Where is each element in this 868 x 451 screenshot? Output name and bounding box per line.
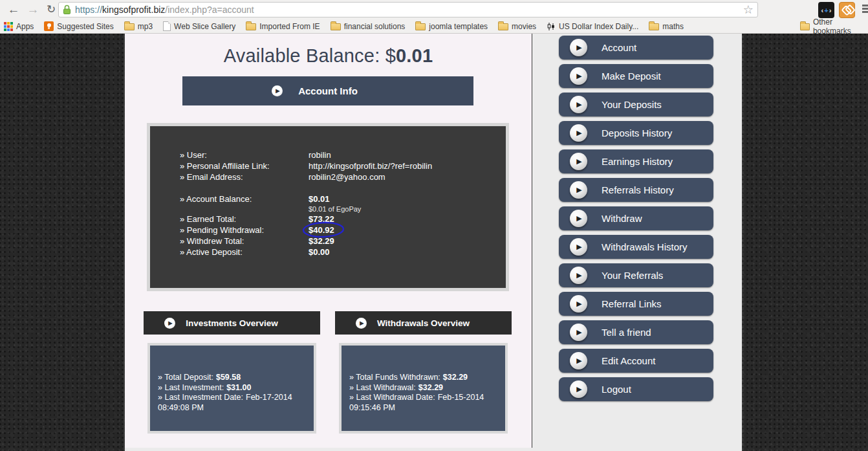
withdrew-total-value: $32.29 [309, 236, 506, 247]
sidebar-item-your-deposits[interactable]: ▶ Your Deposits [559, 93, 713, 116]
sidebar-item-label: Withdrawals History [602, 241, 688, 252]
bookmark-movies[interactable]: movies [498, 22, 536, 31]
sidebar-item-label: Deposits History [602, 127, 672, 138]
sidebar-item-referral-links[interactable]: ▶ Referral Links [559, 292, 713, 316]
last-investment-value: $31.00 [226, 383, 251, 392]
bookmark-imported-from-ie[interactable]: Imported From IE [246, 22, 320, 31]
bookmarks-bar: Apps Suggested Sites mp3 Web Slice Galle… [0, 19, 868, 34]
investments-line-last-investment: » Last Investment:$31.00 [158, 383, 306, 393]
arrow-orb-icon: ▶ [570, 153, 587, 170]
omnibox-bulb-icon[interactable] [730, 5, 737, 15]
main-content: Available Balance: $0.01 ▶ Account Info … [125, 34, 532, 448]
folder-icon [124, 23, 135, 30]
extension-code-icon[interactable]: ‹+› [818, 2, 834, 18]
apps-grid-icon [4, 22, 13, 31]
arrow-orb-icon: ▶ [570, 210, 587, 227]
bookmark-maths[interactable]: maths [649, 22, 684, 31]
account-row-balance: » Account Balance: $0.01 [180, 193, 506, 204]
extension-link-icon[interactable] [839, 2, 855, 18]
field-label: » Total Funds Withdrawn: [349, 373, 440, 382]
account-row-earned-total: » Earned Total: $73.22 [180, 214, 506, 225]
browser-toolbar: ← → ↻ https://kingsofprofit.biz/index.ph… [0, 0, 868, 19]
bookmark-label: Apps [16, 22, 34, 31]
field-label: » Pending Withdrawal: [180, 225, 309, 236]
reload-button[interactable]: ↻ [43, 1, 60, 18]
url-text: https://kingsofprofit.biz/index.php?a=ac… [75, 5, 254, 15]
sidebar-item-deposits-history[interactable]: ▶ Deposits History [559, 121, 713, 145]
field-label: » Last Withdrawal: [349, 383, 416, 392]
bookmark-label: Web Slice Gallery [174, 22, 235, 31]
arrow-circle-icon: ▶ [272, 85, 283, 96]
back-button[interactable]: ← [5, 1, 22, 18]
sidebar-item-label: Referral Links [602, 298, 662, 309]
total-withdrawn-value: $32.29 [443, 373, 468, 382]
sidebar-item-label: Tell a friend [602, 327, 651, 338]
sidebar-item-account[interactable]: ▶ Account [559, 36, 713, 60]
withdrawals-overview-header: ▶ Withdrawals Overview [335, 311, 512, 335]
investments-line-total-deposit: » Total Deposit:$59.58 [158, 373, 306, 383]
arrow-circle-icon: ▶ [356, 318, 367, 329]
sidebar-item-label: Referrals History [602, 184, 674, 195]
account-row-pending-withdrawal: » Pending Withdrawal: $40.92 [180, 225, 506, 236]
bookmark-label: mp3 [138, 22, 153, 31]
sidebar-item-tell-a-friend[interactable]: ▶ Tell a friend [559, 320, 713, 344]
arrow-orb-icon: ▶ [570, 67, 587, 85]
bookmark-suggested-sites[interactable]: Suggested Sites [44, 21, 113, 31]
account-info-panel: » User: robilin » Personal Affiliate Lin… [147, 123, 509, 291]
page-background: Available Balance: $0.01 ▶ Account Info … [0, 34, 868, 451]
field-label: » Account Balance: [180, 193, 309, 204]
lightbulb-icon [44, 21, 54, 31]
sidebar-item-withdraw[interactable]: ▶ Withdraw [559, 206, 713, 230]
sidebar-item-logout[interactable]: ▶ Logout [559, 377, 713, 401]
sidebar-menu: ▶ Account ▶ Make Deposit ▶ Your Deposits… [532, 34, 742, 451]
sidebar-item-label: Logout [602, 384, 631, 395]
url-path: /index.php?a=account [165, 5, 254, 15]
bookmark-joomla-templates[interactable]: joomla templates [415, 22, 488, 31]
sidebar-item-label: Account [602, 42, 636, 53]
pending-withdrawal-value: $40.92 [309, 225, 334, 235]
investments-overview-header: ▶ Investments Overview [144, 311, 320, 335]
bookmark-financial-solutions[interactable]: financial solutions [331, 22, 406, 31]
chrome-menu-icon[interactable] [862, 5, 868, 14]
last-withdrawal-value: $32.29 [418, 383, 443, 392]
sidebar-item-earnings-history[interactable]: ▶ Earnings History [559, 149, 713, 173]
arrow-orb-icon: ▶ [570, 39, 587, 56]
account-info-title: Account Info [298, 85, 358, 96]
page-wrapper: Available Balance: $0.01 ▶ Account Info … [125, 34, 742, 451]
field-label: » User: [180, 149, 309, 160]
bookmark-star-icon[interactable]: ☆ [743, 4, 754, 16]
bookmark-apps[interactable]: Apps [4, 22, 34, 31]
sidebar-item-withdrawals-history[interactable]: ▶ Withdrawals History [559, 235, 713, 259]
field-label: » Withdrew Total: [180, 236, 309, 247]
account-row-balance-sub: $0.01 of EgoPay [180, 204, 506, 214]
field-label: » Last Investment: [158, 383, 224, 392]
arrow-orb-icon: ▶ [570, 352, 587, 369]
active-deposit-value: $0.00 [309, 247, 506, 258]
bookmark-us-dollar-index[interactable]: US Dollar Index Daily... [547, 22, 638, 31]
sidebar-item-referrals-history[interactable]: ▶ Referrals History [559, 178, 713, 202]
forward-button[interactable]: → [25, 1, 41, 18]
earned-total-value: $73.22 [309, 214, 506, 225]
account-row-withdrew-total: » Withdrew Total: $32.29 [180, 236, 506, 247]
bookmark-label: financial solutions [344, 22, 406, 31]
other-bookmarks-label: Other bookmarks [813, 17, 868, 36]
sidebar-item-make-deposit[interactable]: ▶ Make Deposit [559, 64, 713, 88]
sidebar-item-your-referrals[interactable]: ▶ Your Referrals [559, 263, 713, 287]
folder-icon [415, 23, 426, 30]
bookmark-web-slice-gallery[interactable]: Web Slice Gallery [163, 21, 235, 31]
account-row-email: » Email Address: robilin2@yahoo.com [180, 171, 506, 182]
bookmark-label: movies [512, 22, 536, 31]
account-row-active-deposit: » Active Deposit: $0.00 [180, 247, 506, 258]
other-bookmarks[interactable]: Other bookmarks [800, 19, 868, 33]
balance-sub-value: $0.01 of EgoPay [309, 204, 506, 214]
sidebar-item-edit-account[interactable]: ▶ Edit Account [559, 349, 713, 373]
arrow-orb-icon: ▶ [570, 267, 587, 284]
bookmark-label: maths [662, 22, 684, 31]
arrow-orb-icon: ▶ [570, 124, 587, 142]
folder-icon [331, 23, 341, 30]
bookmark-mp3[interactable]: mp3 [124, 22, 153, 31]
field-label: » Last Investment Date: [158, 393, 243, 402]
balance-value: $0.01 [309, 193, 506, 204]
address-bar[interactable]: https://kingsofprofit.biz/index.php?a=ac… [58, 2, 758, 17]
https-lock-icon [63, 5, 71, 15]
